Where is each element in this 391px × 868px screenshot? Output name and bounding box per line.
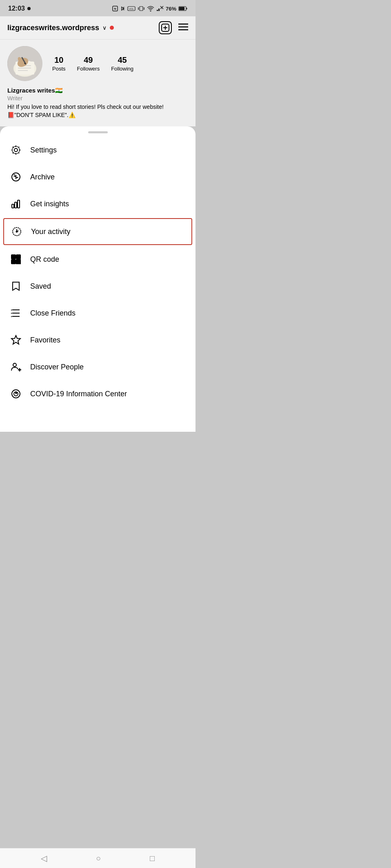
posts-stat[interactable]: 10 Posts	[52, 55, 66, 72]
menu-item-discover[interactable]: Discover People	[0, 353, 196, 380]
covid-label: COVID-19 Information Center	[30, 390, 127, 398]
settings-label: Settings	[30, 146, 57, 155]
insights-svg	[11, 199, 21, 209]
bluetooth-icon	[120, 5, 125, 12]
sheet-handle-container	[0, 126, 196, 137]
following-label: Following	[111, 66, 133, 72]
svg-rect-50	[16, 262, 18, 264]
saved-label: Saved	[30, 282, 51, 291]
qrcode-label: QR code	[30, 255, 59, 264]
svg-rect-49	[19, 260, 20, 261]
ig-header-right	[159, 21, 188, 34]
favorites-icon	[10, 334, 22, 346]
menu-item-qrcode[interactable]: QR code	[0, 246, 196, 273]
covid-svg	[11, 389, 21, 399]
qr-svg	[11, 254, 21, 265]
battery-percent: 76%	[166, 6, 176, 12]
notification-dot	[110, 26, 114, 30]
menu-item-insights[interactable]: Get insights	[0, 190, 196, 217]
posts-label: Posts	[52, 66, 66, 72]
friends-label: Close Friends	[30, 309, 76, 318]
activity-label: Your activity	[31, 227, 70, 236]
menu-item-favorites[interactable]: Favorites	[0, 327, 196, 353]
hamburger-menu-button[interactable]	[178, 23, 188, 33]
settings-svg	[11, 145, 21, 155]
stats-container: 10 Posts 49 Followers 45 Following	[52, 55, 188, 72]
profile-section: 10 Posts 49 Followers 45 Following Lizgr…	[0, 40, 196, 126]
covid-icon	[10, 388, 22, 400]
menu-item-friends[interactable]: ★ ★ ★ Close Friends	[0, 300, 196, 327]
ig-header-left: lizgraceswrites.wordpress ∨	[7, 24, 114, 32]
status-bar: 12:03 N VOL	[0, 0, 196, 16]
insights-label: Get insights	[30, 200, 69, 208]
following-count: 45	[111, 55, 133, 65]
ig-header: lizgraceswrites.wordpress ∨	[0, 16, 196, 40]
profile-bio-title: Writer	[7, 95, 188, 102]
archive-icon	[10, 171, 22, 183]
following-stat[interactable]: 45 Following	[111, 55, 133, 72]
qr-icon	[10, 253, 22, 265]
svg-point-7	[150, 11, 151, 12]
svg-rect-9	[158, 9, 160, 11]
svg-point-41	[16, 231, 18, 232]
insights-icon	[10, 198, 22, 210]
dropdown-arrow-icon[interactable]: ∨	[102, 24, 107, 31]
svg-rect-48	[16, 260, 18, 261]
avatar-image	[7, 46, 42, 81]
status-icons: N VOL	[112, 5, 187, 12]
bottom-sheet: Settings Archive	[0, 126, 196, 432]
svg-rect-43	[12, 256, 15, 258]
profile-name: Lizgraces writes🇮🇳	[7, 87, 188, 94]
followers-count: 49	[77, 55, 100, 65]
menu-list: Settings Archive	[0, 137, 196, 407]
menu-item-activity[interactable]: Your activity	[3, 218, 192, 245]
discover-label: Discover People	[30, 363, 84, 371]
followers-label: Followers	[77, 66, 100, 72]
plus-icon	[161, 24, 169, 32]
profile-top: 10 Posts 49 Followers 45 Following	[7, 46, 188, 81]
hamburger-icon	[178, 23, 188, 31]
svg-rect-51	[19, 262, 20, 264]
svg-point-59	[13, 363, 16, 367]
svg-text:N: N	[114, 7, 116, 10]
svg-point-33	[14, 148, 18, 152]
svg-rect-39	[18, 200, 20, 208]
menu-item-covid[interactable]: COVID-19 Information Center	[0, 380, 196, 407]
svg-rect-4	[140, 7, 143, 11]
favorites-svg	[11, 335, 21, 345]
nfc-icon: N	[112, 5, 118, 12]
avatar[interactable]	[7, 46, 42, 81]
signal-icon	[156, 6, 164, 11]
friends-icon: ★ ★ ★	[10, 307, 22, 319]
svg-rect-8	[157, 10, 158, 11]
saved-svg	[11, 281, 21, 292]
menu-item-settings[interactable]: Settings	[0, 137, 196, 163]
activity-svg	[11, 226, 22, 237]
vibrate-icon	[138, 5, 145, 12]
battery-icon	[178, 6, 187, 11]
saved-icon	[10, 280, 22, 292]
favorites-label: Favorites	[30, 336, 60, 345]
followers-stat[interactable]: 49 Followers	[77, 55, 100, 72]
archive-label: Archive	[30, 173, 55, 181]
menu-item-saved[interactable]: Saved	[0, 273, 196, 300]
account-name[interactable]: lizgraceswrites.wordpress	[7, 24, 99, 32]
svg-rect-47	[12, 261, 15, 263]
vol-icon: VOL	[127, 5, 136, 12]
archive-svg	[11, 172, 21, 182]
svg-rect-10	[160, 7, 161, 11]
status-time: 12:03	[8, 5, 25, 12]
svg-rect-38	[15, 202, 17, 208]
settings-icon	[10, 144, 22, 156]
activity-icon	[11, 225, 23, 238]
svg-rect-16	[187, 8, 187, 9]
friends-svg: ★ ★ ★	[11, 308, 21, 318]
add-post-button[interactable]	[159, 21, 172, 34]
svg-text:VOL: VOL	[129, 8, 134, 10]
discover-icon	[10, 361, 22, 373]
svg-rect-45	[17, 256, 20, 258]
status-left: 12:03	[8, 5, 31, 12]
menu-item-archive[interactable]: Archive	[0, 163, 196, 190]
svg-marker-58	[11, 336, 20, 344]
svg-rect-37	[12, 204, 14, 208]
